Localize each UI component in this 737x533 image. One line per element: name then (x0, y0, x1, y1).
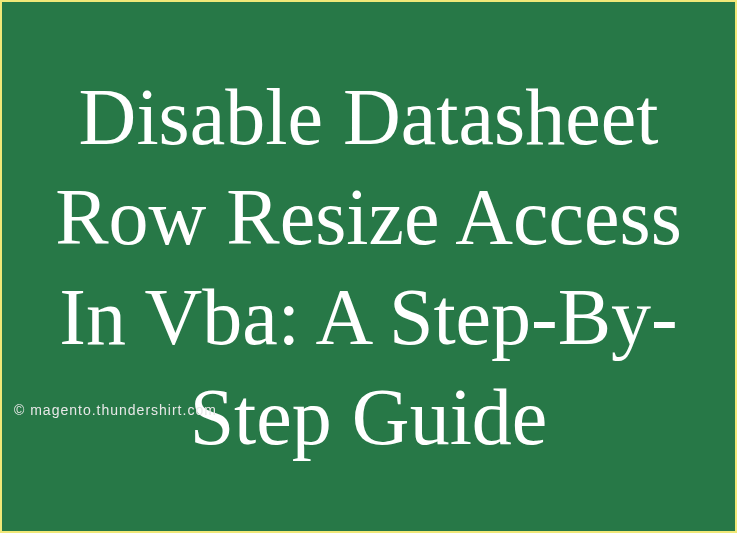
watermark-text: © magento.thundershirt.com (14, 402, 217, 418)
